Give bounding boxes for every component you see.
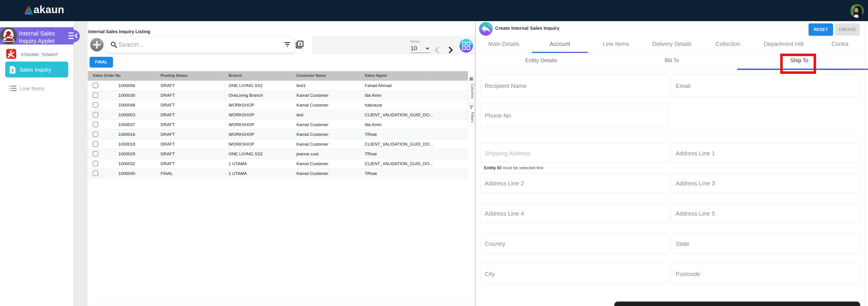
svg-text:$: $	[11, 68, 14, 73]
svg-text:2: 2	[299, 42, 301, 46]
svg-text:fi: fi	[4, 38, 6, 40]
